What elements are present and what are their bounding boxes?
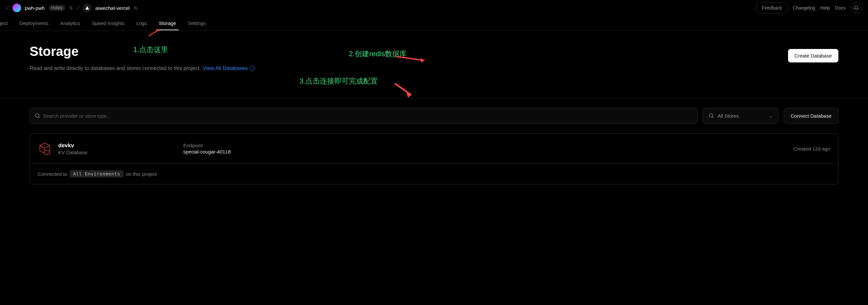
database-created: Created 12d ago xyxy=(793,146,830,151)
tab-speed-insights[interactable]: Speed Insights xyxy=(91,16,126,30)
connected-suffix: on this project xyxy=(126,171,157,177)
tab-project-partial[interactable]: ject xyxy=(0,16,9,30)
desc-text: Read and write directly to databases and… xyxy=(30,65,201,71)
arrow-right-circle-icon: → xyxy=(250,66,255,71)
svg-line-1 xyxy=(38,117,39,118)
page-description: Read and write directly to databases and… xyxy=(30,65,838,71)
help-link[interactable]: Help xyxy=(820,5,830,10)
feedback-button[interactable]: Feedback xyxy=(756,2,787,13)
svg-line-3 xyxy=(712,117,713,118)
breadcrumb: / pwh-pwh Hobby ⇅ / aiwechat-vercel ⇅ xyxy=(7,4,137,12)
red-arrow-3 xyxy=(393,82,416,98)
annotation-3: 3.点击连接即可完成配置 xyxy=(300,76,378,86)
search-input[interactable] xyxy=(43,113,693,118)
kv-database-icon xyxy=(38,142,52,156)
project-avatar[interactable] xyxy=(83,4,91,12)
notifications-icon[interactable] xyxy=(851,3,861,13)
connected-prefix: Connected to xyxy=(38,171,67,177)
stores-filter-label: All Stores xyxy=(718,113,739,118)
search-icon xyxy=(708,113,714,118)
database-name: devkv xyxy=(58,142,177,149)
view-all-databases-link[interactable]: View All Databases → xyxy=(203,65,255,71)
database-type: KV Database xyxy=(58,149,177,155)
project-switcher-icon[interactable]: ⇅ xyxy=(133,5,137,10)
environment-tag: All Environments xyxy=(70,170,123,177)
create-database-button[interactable]: Create Database xyxy=(788,49,838,62)
plan-badge: Hobby xyxy=(49,5,65,11)
docs-link[interactable]: Docs xyxy=(835,5,846,10)
tab-storage[interactable]: Storage xyxy=(158,16,178,30)
changelog-link[interactable]: Changelog xyxy=(793,5,815,10)
breadcrumb-separator: / xyxy=(76,4,80,12)
org-switcher-icon[interactable]: ⇅ xyxy=(69,5,73,10)
endpoint-value: special-cougar-40118 xyxy=(183,149,787,155)
tab-logs[interactable]: Logs xyxy=(135,16,148,30)
tab-deployments[interactable]: Deployments xyxy=(18,16,50,30)
svg-point-0 xyxy=(35,114,39,117)
org-name[interactable]: pwh-pwh xyxy=(25,5,45,11)
project-name[interactable]: aiwechat-vercel xyxy=(95,5,130,11)
chevron-down-icon: ⌄ xyxy=(769,113,773,118)
project-tabs: ject Deployments Analytics Speed Insight… xyxy=(0,16,868,31)
breadcrumb-separator: / xyxy=(5,4,9,12)
search-box[interactable] xyxy=(30,108,698,124)
connect-database-button[interactable]: Connect Database xyxy=(784,108,838,124)
svg-point-2 xyxy=(709,114,713,117)
tab-analytics[interactable]: Analytics xyxy=(59,16,81,30)
stores-filter-dropdown[interactable]: All Stores ⌄ xyxy=(703,108,778,124)
endpoint-label: Endpoint xyxy=(183,143,787,148)
page-title: Storage xyxy=(30,44,838,59)
database-card[interactable]: devkv KV Database Endpoint special-couga… xyxy=(30,133,838,184)
search-icon xyxy=(35,113,40,118)
org-avatar[interactable] xyxy=(12,4,21,12)
tab-settings[interactable]: Settings xyxy=(187,16,207,30)
view-all-label: View All Databases xyxy=(203,65,248,71)
top-links: Feedback Changelog Help Docs xyxy=(756,2,861,13)
